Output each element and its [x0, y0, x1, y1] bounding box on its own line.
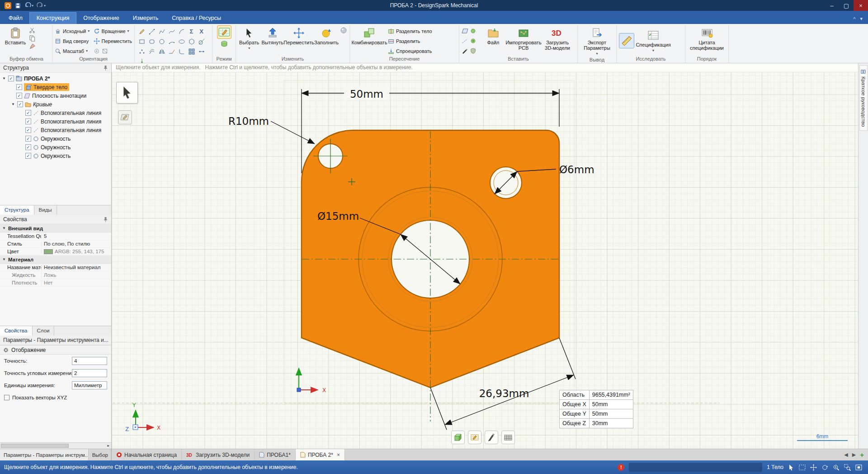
dimension-label-fillet[interactable]: R10mm: [228, 115, 269, 127]
pan-button[interactable]: Переместить: [94, 37, 132, 45]
property-row[interactable]: СтильПо слою, По стилю: [0, 240, 111, 248]
checkbox-checked[interactable]: ✓: [25, 136, 31, 142]
split-body-button[interactable]: Разделить тело: [388, 27, 432, 35]
fill-tool-button[interactable]: Заполнить: [314, 25, 339, 45]
property-row[interactable]: ЖидкостьЛожь: [0, 271, 111, 279]
redo-button[interactable]: ▾: [37, 2, 46, 9]
dimension-label-small-hole[interactable]: Ø6mm: [559, 164, 594, 175]
tab-structure[interactable]: Структура: [0, 205, 34, 215]
menu-caret-icon[interactable]: ▾: [860, 16, 863, 22]
dimension-label-edge[interactable]: 26,93mm: [479, 388, 529, 399]
checkbox-checked[interactable]: ✓: [16, 84, 22, 90]
pin-icon[interactable]: [103, 217, 108, 222]
sketch-line-icon[interactable]: [147, 27, 156, 36]
scroll-tabs-left-icon[interactable]: ◀: [844, 452, 848, 458]
orientation-extra-icons[interactable]: [94, 47, 132, 55]
expander-icon[interactable]: ▼: [11, 102, 15, 106]
checkbox-checked[interactable]: ✓: [8, 76, 14, 81]
sketch-view-button[interactable]: [468, 431, 481, 444]
zoom-extents-icon[interactable]: [855, 465, 862, 470]
section-material[interactable]: ▼Материал: [0, 256, 111, 264]
tab-display[interactable]: Отображение: [76, 13, 126, 24]
spin-icon[interactable]: [821, 464, 828, 471]
property-row-color[interactable]: ЦветARGB: 255, 143, 175: [0, 248, 111, 256]
checkbox-checked[interactable]: ✓: [25, 153, 31, 159]
sketch-3pt-arc-icon[interactable]: [167, 37, 176, 46]
undo-button[interactable]: ▾: [24, 2, 33, 9]
tab-proba2-active[interactable]: ПРОБА 2* ×: [296, 449, 345, 460]
tree-item-construction-line[interactable]: ✓ Вспомогательная линия: [0, 109, 111, 117]
pan-icon[interactable]: [810, 464, 817, 471]
measure-tool-button[interactable]: [619, 33, 634, 48]
sketch-rect-icon[interactable]: [137, 37, 146, 46]
insert-plane-icon[interactable]: [462, 27, 480, 35]
project-button[interactable]: Спроецировать: [388, 47, 432, 55]
spin-button[interactable]: Вращение▾: [94, 27, 132, 35]
new-document-button[interactable]: +: [860, 452, 864, 458]
sketch-mirror-icon[interactable]: [157, 47, 166, 56]
dimension-label-width[interactable]: 50mm: [350, 88, 383, 100]
solid-view-button[interactable]: [451, 431, 465, 444]
sketch-circle-icon[interactable]: [157, 37, 166, 46]
home-view-button[interactable]: Исходный▾: [55, 27, 92, 35]
tab-file[interactable]: Файл: [2, 13, 29, 24]
tab-selection-panel[interactable]: Выбор: [89, 449, 111, 460]
bom-button[interactable]: Спецификация▾: [636, 28, 671, 53]
checkbox-checked[interactable]: ✓: [17, 101, 23, 107]
sketch-arc-icon[interactable]: [177, 27, 186, 36]
tree-item-annotation-plane[interactable]: ✓ Плоскость аннотации: [0, 91, 111, 100]
tab-start-page[interactable]: Начальная страница: [112, 449, 182, 460]
tree-item-circle[interactable]: ✓ Окружность: [0, 152, 111, 160]
insert-note-icon[interactable]: [462, 47, 480, 55]
color-swatch[interactable]: [44, 249, 53, 254]
property-row[interactable]: Название матеНеизвестный материал: [0, 264, 111, 271]
undo-dropdown-icon[interactable]: ▾: [32, 4, 33, 8]
minimize-button[interactable]: –: [825, 0, 839, 11]
checkbox-checked[interactable]: ✓: [25, 110, 31, 116]
sketch-polygon-icon[interactable]: [187, 37, 196, 46]
tab-views[interactable]: Виды: [34, 205, 57, 215]
select-mode-button[interactable]: [116, 82, 138, 104]
pin-icon[interactable]: [103, 65, 108, 71]
sketch-trim-icon[interactable]: [167, 47, 176, 56]
sketch-construction-icon[interactable]: Χ: [197, 27, 206, 36]
load-3d-models-button[interactable]: 3D Загрузить 3D-модели: [542, 25, 573, 51]
sketch-dimension-icon[interactable]: [197, 47, 206, 56]
format-brush-icon[interactable]: [29, 43, 36, 50]
display-section-row[interactable]: Отображение: [0, 345, 111, 355]
sketch-equation-icon[interactable]: Σ: [187, 27, 196, 36]
sketch-ellipse-icon[interactable]: [177, 37, 186, 46]
tree-item-construction-line[interactable]: ✓ Вспомогательная линия: [0, 117, 111, 126]
tree-item-circle[interactable]: ✓ Окружность: [0, 134, 111, 143]
sketch-offset-icon[interactable]: [147, 47, 156, 56]
top-view-button[interactable]: Вид сверху: [55, 37, 92, 45]
tab-proba1[interactable]: ПРОБА1*: [255, 449, 296, 460]
sketch-tangent-icon[interactable]: [197, 37, 206, 46]
sketch-spline-icon[interactable]: [167, 27, 176, 36]
tab-parameters-panel[interactable]: Параметры - Параметры инструм...: [0, 449, 89, 460]
sketch-pattern-icon[interactable]: [187, 47, 196, 56]
tab-measure[interactable]: Измерить: [126, 13, 165, 24]
paste-button[interactable]: Вставить: [3, 25, 28, 45]
tab-design[interactable]: Конструкция: [29, 12, 77, 24]
selected-node[interactable]: Твердое тело: [24, 83, 69, 91]
quote-bom-button[interactable]: Цитата спецификации: [689, 25, 726, 51]
redo-dropdown-icon[interactable]: ▾: [44, 4, 46, 8]
zoom-window-icon[interactable]: [844, 464, 851, 471]
cad-scene[interactable]: 50mm R10mm Ø6mm Ø15mm 26,93mm: [112, 63, 858, 449]
checkbox-checked[interactable]: ✓: [25, 127, 31, 133]
grid-view-button[interactable]: [501, 431, 515, 444]
section-appearance[interactable]: ▼Внешний вид: [0, 224, 111, 232]
tree-root[interactable]: ▼ ✓ ПРОБА 2*: [0, 74, 111, 83]
move-tool-button[interactable]: Переместить: [285, 25, 313, 45]
sketch-pencil-icon[interactable]: [137, 27, 146, 36]
tab-layers[interactable]: Слои: [33, 326, 55, 336]
select-cursor-icon[interactable]: [788, 464, 794, 471]
window-select-icon[interactable]: [799, 465, 806, 470]
dimension-label-center-hole[interactable]: Ø15mm: [317, 210, 359, 222]
save-button[interactable]: [14, 2, 21, 9]
sketch-polyline-icon[interactable]: [157, 27, 166, 36]
checkbox-checked[interactable]: ✓: [25, 118, 31, 124]
tab-help[interactable]: Справка / Ресурсы: [165, 13, 228, 24]
split-button[interactable]: Разделить: [388, 37, 432, 45]
